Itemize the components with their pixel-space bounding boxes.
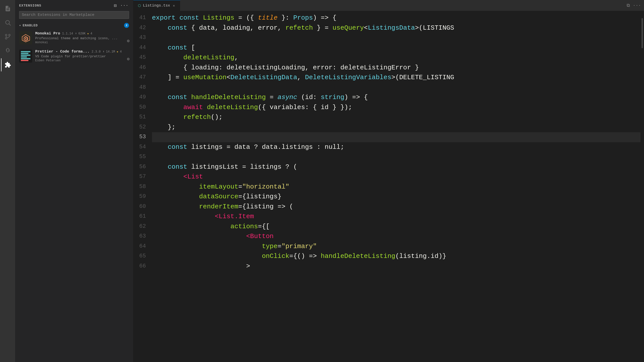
code-line-60: renderItem={listing => ( — [152, 202, 640, 212]
code-line-48 — [152, 83, 640, 93]
editor-area: ⬡ Listings.tsx ✕ ⧉ ··· 41424344 45464748… — [133, 0, 644, 362]
code-line-42: const { data, loading, error, refetch } … — [152, 23, 640, 33]
svg-point-10 — [25, 38, 26, 39]
scrollbar[interactable] — [640, 13, 644, 360]
monokai-name: Monokai Pro — [35, 31, 60, 36]
code-line-56: const listingsList = listings ? ( — [152, 162, 640, 172]
sidebar-actions: ⊟ ··· — [113, 2, 129, 9]
monokai-publisher: monokai — [35, 41, 129, 44]
prettier-info: Prettier - Code forma... 2.3.0 ⬇ 14.1M ★… — [35, 50, 129, 62]
monokai-downloads: ⬇ — [75, 32, 77, 35]
code-line-53 — [152, 132, 640, 142]
more-actions-icon[interactable]: ··· — [633, 3, 641, 8]
tab-listings[interactable]: ⬡ Listings.tsx ✕ — [133, 0, 180, 11]
svg-line-1 — [9, 24, 11, 25]
monokai-gear-icon[interactable]: ⚙ — [127, 38, 130, 43]
section-title: ENABLED — [23, 24, 38, 27]
code-line-43 — [152, 33, 640, 43]
code-line-44: const [ — [152, 43, 640, 53]
prettier-download-count: 14.1M — [106, 50, 115, 54]
sidebar-title: EXTENSIONS — [19, 4, 41, 8]
prettier-version: 2.3.0 — [92, 50, 101, 54]
more-icon[interactable]: ··· — [119, 2, 129, 9]
monokai-star-count: 4 — [91, 32, 92, 35]
prettier-downloads-icon: ⬇ — [103, 50, 104, 54]
prettier-publisher: Esben Petersen — [35, 59, 129, 62]
code-line-58: itemLayout="horizontal" — [152, 182, 640, 192]
sidebar: EXTENSIONS ⊟ ··· ▾ ENABLED 2 Monokai Pro — [15, 0, 133, 362]
sort-icon[interactable]: ⊟ — [113, 2, 117, 9]
tab-filename: Listings.tsx — [143, 4, 170, 8]
code-line-50: await deleteListing({ variables: { id } … — [152, 103, 640, 113]
code-line-54: const listings = data ? data.listings : … — [152, 142, 640, 152]
code-line-59: dataSource={listings} — [152, 192, 640, 202]
prettier-icon — [19, 50, 32, 63]
files-icon[interactable] — [1, 2, 14, 15]
prettier-name: Prettier - Code forma... — [35, 50, 90, 54]
code-editor: 41424344 45464748 49505152 53545556 5758… — [133, 11, 644, 362]
code-line-64: type="primary" — [152, 242, 640, 252]
monokai-download-count: 620K — [78, 32, 86, 35]
code-line-66: > — [152, 261, 640, 272]
code-line-61: <List.Item — [152, 212, 640, 222]
monokai-info: Monokai Pro 1.1.14 ⬇ 620K ★ 4 Profession… — [35, 31, 129, 44]
search-input[interactable] — [19, 11, 129, 19]
code-line-41: export const Listings = ({ title }: Prop… — [152, 13, 640, 23]
monokai-icon — [19, 31, 32, 44]
tab-close-button[interactable]: ✕ — [172, 3, 176, 8]
activity-bar — [0, 0, 15, 362]
line-numbers: 41424344 45464748 49505152 53545556 5758… — [133, 13, 151, 360]
monokai-desc: Professional theme and matching icons, .… — [35, 36, 129, 40]
code-line-62: actions={[ — [152, 222, 640, 232]
prettier-stats: ⬇ 14.1M ★ 4 — [103, 50, 122, 54]
prettier-star-count: 4 — [120, 50, 122, 54]
svg-point-4 — [5, 34, 7, 36]
sidebar-header: EXTENSIONS ⊟ ··· — [15, 0, 133, 11]
prettier-stars: ★ — [116, 50, 118, 54]
code-line-46: { loading: deleteListingLoading, error: … — [152, 63, 640, 73]
prettier-desc: VS Code plugin for prettier/prettier — [35, 55, 129, 58]
code-line-51: refetch(); — [152, 112, 640, 122]
code-line-63: <Button — [152, 232, 640, 242]
tab-bar-actions: ⧉ ··· — [627, 3, 644, 8]
section-header-enabled[interactable]: ▾ ENABLED 2 — [15, 22, 133, 29]
code-line-57: <List — [152, 172, 640, 182]
code-line-52: }; — [152, 122, 640, 132]
split-editor-icon[interactable]: ⧉ — [627, 3, 630, 8]
code-line-47: ] = useMutation<DeleteListingData, Delet… — [152, 73, 640, 83]
code-line-65: onClick={() => handleDeleteListing(listi… — [152, 251, 640, 261]
debug-icon[interactable] — [1, 44, 14, 57]
enabled-badge: 2 — [124, 23, 129, 28]
extension-item-prettier[interactable]: Prettier - Code forma... 2.3.0 ⬇ 14.1M ★… — [15, 47, 133, 65]
code-line-45: deleteListing, — [152, 53, 640, 63]
extension-item-monokai[interactable]: Monokai Pro 1.1.14 ⬇ 620K ★ 4 Profession… — [15, 29, 133, 47]
extensions-icon[interactable] — [1, 58, 14, 71]
prettier-gear-icon[interactable]: ⚙ — [127, 56, 130, 62]
tsx-icon: ⬡ — [138, 4, 141, 8]
monokai-stars: ★ — [87, 32, 89, 35]
chevron-icon: ▾ — [19, 24, 21, 27]
search-icon[interactable] — [1, 16, 14, 29]
svg-point-3 — [9, 34, 10, 36]
source-control-icon[interactable] — [1, 30, 14, 43]
tab-bar: ⬡ Listings.tsx ✕ ⧉ ··· — [133, 0, 644, 11]
code-line-49: const handleDeleteListing = async (id: s… — [152, 93, 640, 103]
scrollbar-thumb — [641, 18, 643, 48]
monokai-version: 1.1.14 — [62, 32, 73, 35]
svg-point-2 — [5, 37, 7, 39]
code-content: export const Listings = ({ title }: Prop… — [151, 13, 640, 360]
code-line-55 — [152, 152, 640, 162]
monokai-stats: ⬇ 620K ★ 4 — [75, 32, 92, 35]
